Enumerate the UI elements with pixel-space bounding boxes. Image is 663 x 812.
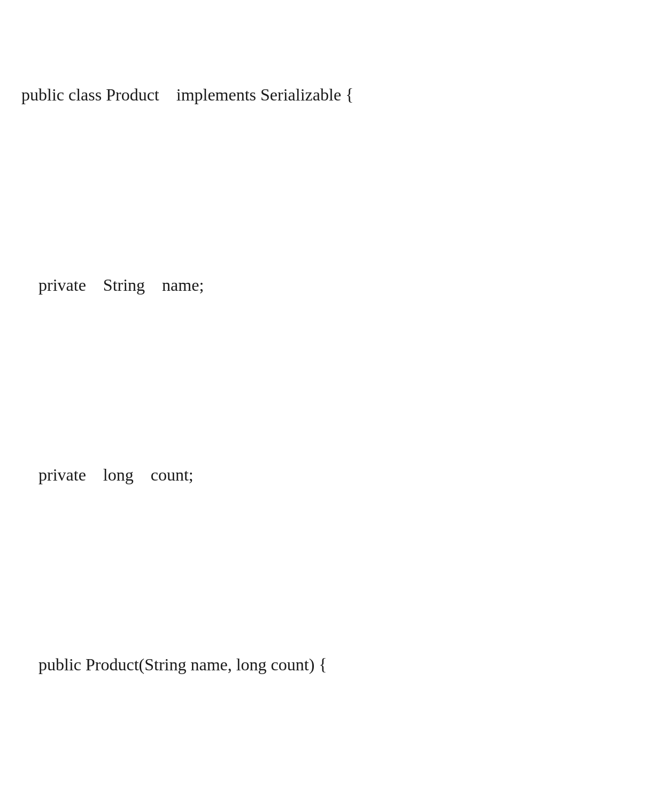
code-line-blank-2 [21,364,642,396]
code-line-1: public class Product implements Serializ… [21,79,642,111]
code-line-7: public Product(String name, long count) … [21,649,642,680]
code-line-3: private String name; [21,269,642,301]
code-line-blank-1 [21,174,642,206]
code-display: public class Product implements Serializ… [21,16,642,812]
code-line-blank-4 [21,744,642,775]
code-line-blank-3 [21,554,642,585]
code-line-5: private long count; [21,459,642,491]
